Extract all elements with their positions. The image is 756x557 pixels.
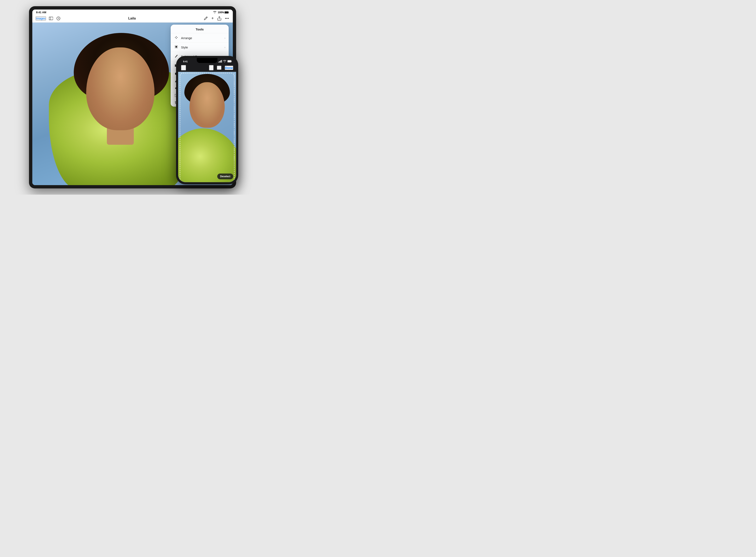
tool-style[interactable]: Style › [171,43,229,52]
add-button[interactable]: + [211,16,214,21]
arrange-label: Arrange [181,36,222,40]
arrange-chevron: › [225,36,225,39]
iphone-status-right [219,60,233,63]
svg-rect-2 [49,17,53,20]
history-button[interactable] [56,16,61,21]
tools-title: Tools [171,25,229,33]
paint-icon [174,55,178,59]
svg-rect-15 [222,60,222,62]
style-icon [174,45,178,49]
deselect-button[interactable]: Deselect [217,174,233,179]
iphone-toolbar-actions: ••• Done [209,65,233,70]
svg-rect-17 [228,60,231,62]
svg-rect-13 [220,61,220,62]
iphone-toolbar: ••• Done [178,64,236,72]
svg-rect-1 [225,11,228,13]
battery-icon: 100% [218,11,229,14]
sidebar-toggle-button[interactable] [49,17,53,21]
ipad-status-bar: 9:41 AM 100% [32,9,233,15]
iphone-time: 9:41 [181,60,188,63]
selection-right [234,73,234,161]
more-button[interactable]: ••• [225,16,230,21]
iphone-face [190,82,225,128]
ipad-time: 9:41 AM [36,11,46,14]
iphone-notch [197,58,217,63]
svg-rect-12 [219,62,219,62]
arrange-icon [174,36,178,40]
iphone-screen: 9:41 [178,58,236,182]
iphone-back-button[interactable] [181,65,186,70]
iphone-more-button[interactable]: ••• [217,66,222,70]
share-button[interactable] [217,16,222,21]
iphone-wifi-icon [223,60,226,63]
wifi-icon [213,11,216,14]
iphone-signal-icon [219,60,222,63]
iphone-done-button[interactable]: Done [225,66,233,70]
toolbar-left: Images [36,16,61,21]
style-label: Style [181,46,222,49]
iphone-pen-button[interactable] [209,65,213,70]
iphone-battery-icon [227,60,232,63]
svg-point-5 [175,46,177,48]
document-title: Laila [64,17,200,20]
ipad-status-right: 100% [213,11,229,14]
images-button[interactable]: Images [36,17,46,21]
subject-face [86,48,154,130]
toolbar-right: + ••• [203,16,230,21]
ipad-toolbar: Images Laila [32,15,233,23]
pencil-button[interactable] [203,16,208,21]
style-chevron: › [225,46,225,49]
svg-rect-14 [221,60,221,62]
iphone-photo: Deselect [178,72,236,182]
iphone-device: 9:41 [176,56,238,184]
tool-arrange[interactable]: Arrange › [171,33,229,43]
